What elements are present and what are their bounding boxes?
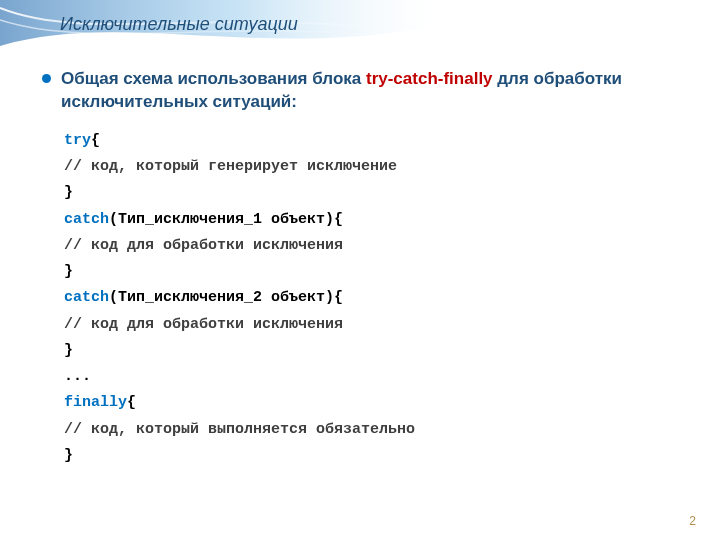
code-line: finally{ <box>64 390 690 416</box>
code-line: // код для обработки исключения <box>64 312 690 338</box>
code-line: catch(Тип_исключения_2 объект){ <box>64 285 690 311</box>
bullet-item: Общая схема использования блока try-catc… <box>42 68 690 114</box>
kw-catch: catch <box>64 211 109 228</box>
code-block: try{ // код, который генерирует исключен… <box>64 128 690 469</box>
intro-highlight: try-catch-finally <box>366 69 493 88</box>
intro-text: Общая схема использования блока try-catc… <box>61 68 690 114</box>
code-line: } <box>64 259 690 285</box>
code-line: ... <box>64 364 690 390</box>
code-line: // код для обработки исключения <box>64 233 690 259</box>
brace: { <box>127 394 136 411</box>
code-line: } <box>64 180 690 206</box>
slide: Исключительные ситуации Общая схема испо… <box>0 0 720 540</box>
kw-try: try <box>64 132 91 149</box>
code-line: // код, который выполняется обязательно <box>64 417 690 443</box>
bullet-disc-icon <box>42 74 51 83</box>
catch-args: (Тип_исключения_1 объект){ <box>109 211 343 228</box>
intro-pre: Общая схема использования блока <box>61 69 366 88</box>
code-line: } <box>64 338 690 364</box>
code-line: } <box>64 443 690 469</box>
page-title: Исключительные ситуации <box>60 14 298 35</box>
page-number: 2 <box>689 514 696 528</box>
code-line: // код, который генерирует исключение <box>64 154 690 180</box>
brace: { <box>91 132 100 149</box>
code-line: try{ <box>64 128 690 154</box>
body: Общая схема использования блока try-catc… <box>42 68 690 469</box>
kw-finally: finally <box>64 394 127 411</box>
kw-catch: catch <box>64 289 109 306</box>
catch-args: (Тип_исключения_2 объект){ <box>109 289 343 306</box>
code-line: catch(Тип_исключения_1 объект){ <box>64 207 690 233</box>
